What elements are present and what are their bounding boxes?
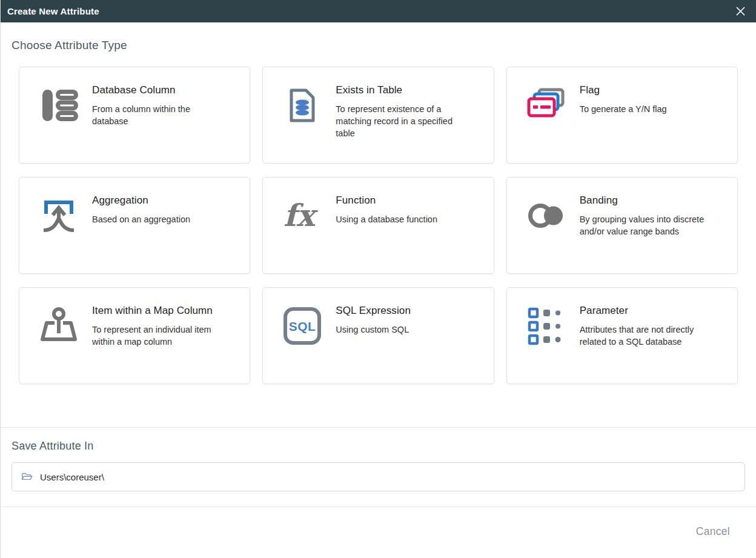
card-title: Parameter [580, 305, 708, 317]
card-banding[interactable]: Banding By grouping values into discrete… [506, 177, 738, 274]
folder-icon [21, 471, 33, 483]
modal-title: Create New Attribute [7, 6, 99, 16]
save-location-path: Users\coreuser\ [40, 472, 104, 482]
map-pin-column-icon [39, 306, 79, 346]
banding-circles-icon [526, 196, 566, 236]
card-function[interactable]: fx Function Using a database function [262, 177, 494, 274]
card-title: Flag [580, 84, 667, 96]
card-title: Aggregation [92, 194, 190, 207]
card-aggregation[interactable]: Aggregation Based on an aggregation [19, 177, 250, 274]
aggregation-arrow-icon [39, 196, 79, 236]
card-item-within-map-column[interactable]: Item within a Map Column To represent an… [19, 287, 250, 384]
card-description: Attributes that are not directly related… [580, 324, 708, 348]
card-parameter[interactable]: Parameter Attributes that are not direct… [506, 287, 738, 384]
card-description: By grouping values into discrete and/or … [580, 213, 708, 237]
flag-cards-icon [526, 85, 566, 125]
parameter-grid-icon [526, 306, 566, 346]
sql-badge-icon: SQL [282, 306, 322, 346]
card-description: To represent an individual item within a… [92, 324, 220, 348]
card-description: Based on an aggregation [92, 213, 190, 225]
section-divider [1, 427, 756, 428]
card-title: Function [336, 194, 437, 207]
card-title: Exists in Table [336, 84, 464, 96]
close-icon [735, 6, 746, 16]
document-database-icon [282, 85, 322, 125]
card-title: Database Column [92, 84, 220, 96]
modal-header: Create New Attribute [1, 0, 756, 22]
card-sql-expression[interactable]: SQL SQL Expression Using custom SQL [262, 287, 494, 384]
fx-function-icon: fx [282, 196, 322, 236]
card-title: Item within a Map Column [92, 305, 220, 317]
card-database-column[interactable]: Database Column From a column within the… [19, 67, 250, 164]
card-description: To represent existence of a matching rec… [336, 103, 464, 139]
card-flag[interactable]: Flag To generate a Y/N flag [506, 67, 738, 164]
card-description: Using custom SQL [336, 324, 411, 336]
close-button[interactable] [734, 5, 746, 18]
database-column-icon [39, 85, 79, 125]
attribute-type-grid: Database Column From a column within the… [19, 67, 738, 384]
card-exists-in-table[interactable]: Exists in Table To represent existence o… [262, 67, 494, 164]
card-description: Using a database function [336, 213, 437, 225]
card-title: Banding [580, 194, 708, 207]
card-description: From a column within the database [92, 103, 220, 127]
card-description: To generate a Y/N flag [580, 103, 667, 115]
choose-attribute-type-heading: Choose Attribute Type [12, 39, 756, 52]
save-attribute-in-heading: Save Attribute In [12, 440, 756, 453]
modal-footer: Cancel [1, 507, 756, 538]
card-title: SQL Expression [336, 305, 411, 317]
svg-text:SQL: SQL [289, 319, 316, 333]
svg-text:fx: fx [284, 198, 319, 233]
save-location-field[interactable]: Users\coreuser\ [12, 462, 745, 491]
cancel-button[interactable]: Cancel [696, 525, 730, 538]
